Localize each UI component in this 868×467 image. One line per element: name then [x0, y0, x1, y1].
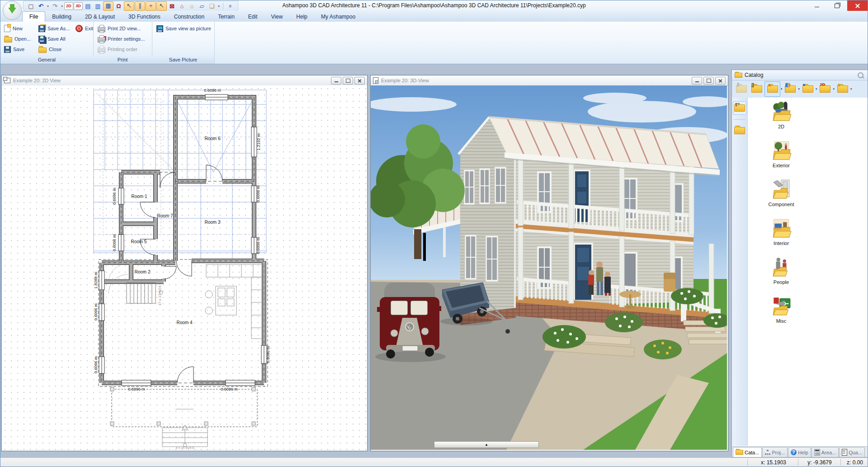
- new-button[interactable]: New: [4, 24, 23, 33]
- tilt-view-icon[interactable]: ▱: [197, 2, 207, 10]
- catalog-item-label: People: [767, 279, 796, 285]
- wall-guides-icon[interactable]: ∥: [135, 1, 145, 11]
- restore-button[interactable]: [827, 0, 847, 11]
- undo-icon[interactable]: ↶: [36, 2, 46, 10]
- catalog-item-component[interactable]: Component: [767, 179, 796, 207]
- maximize-icon: [346, 79, 350, 83]
- split-vertical-icon[interactable]: ▥: [93, 2, 103, 10]
- layers-icon[interactable]: ❏: [207, 2, 217, 10]
- tab-3d-functions[interactable]: 3D Functions: [122, 12, 167, 22]
- room-label: Room 3: [204, 220, 220, 225]
- view-rotation-slider[interactable]: ▲: [434, 441, 539, 448]
- catalog-header[interactable]: Catalog: [732, 70, 868, 80]
- redo-icon[interactable]: ↷: [50, 2, 60, 10]
- printing-order-icon: [98, 47, 105, 53]
- child-minimize-button[interactable]: [692, 77, 702, 85]
- split-horizontal-icon[interactable]: ▤: [83, 2, 93, 10]
- printing-order-button[interactable]: Printing order: [98, 45, 137, 54]
- catalog-bottom-tabs: Cata... Proj... ?Help Area... Qua...: [732, 446, 868, 457]
- close-button-ribbon[interactable]: Close: [38, 45, 61, 54]
- save-view-as-picture-button[interactable]: Save view as picture: [156, 24, 211, 33]
- save-all-button[interactable]: Save All: [38, 34, 66, 43]
- delete-window-icon[interactable]: ⊠: [167, 2, 177, 10]
- catalog-item-2d[interactable]: 2D: [767, 101, 796, 129]
- dropdown-icon[interactable]: ▾: [833, 87, 835, 91]
- catalog-group-plain-button[interactable]: [733, 124, 746, 137]
- dropdown-icon[interactable]: ▾: [816, 87, 817, 91]
- tab-building[interactable]: Building: [45, 12, 78, 22]
- catalog-group-objects-button[interactable]: [733, 101, 746, 115]
- tab-edit[interactable]: Edit: [241, 12, 264, 22]
- catalog-textures-button[interactable]: ◧: [783, 82, 798, 96]
- tab-help[interactable]: Help: [289, 12, 314, 22]
- printer-icon: [98, 27, 105, 32]
- catalog-misc-button[interactable]: ⌂: [835, 82, 850, 96]
- layers-dropdown-icon[interactable]: ▾: [217, 5, 221, 8]
- item-label: Save: [13, 47, 24, 52]
- save-button[interactable]: Save: [4, 45, 24, 54]
- tab-construction[interactable]: Construction: [167, 12, 211, 22]
- dropdown-icon[interactable]: ▾: [781, 87, 783, 91]
- close-button[interactable]: [847, 0, 868, 11]
- window-2d-titlebar[interactable]: Example 20: 2D View: [2, 75, 367, 86]
- catalog-item-misc[interactable]: Misc: [767, 296, 796, 324]
- roof-tool-icon[interactable]: ⌂: [177, 2, 187, 10]
- dim-label: 1.8288 m: [94, 272, 98, 289]
- ribbon-tab-row: File Building 2D & Layout 3D Functions C…: [0, 11, 868, 22]
- status-separator: [840, 459, 841, 466]
- catalog-objects-button[interactable]: ▲: [764, 81, 780, 97]
- tab-project[interactable]: Proj...: [762, 447, 788, 457]
- tab-terrain[interactable]: Terrain: [211, 12, 241, 22]
- minimize-button[interactable]: [807, 0, 827, 11]
- tab-view[interactable]: View: [264, 12, 290, 22]
- catalog-item-interior[interactable]: Interior: [767, 218, 796, 246]
- child-maximize-button[interactable]: [703, 77, 714, 85]
- 2d-view-icon[interactable]: 2D: [64, 2, 73, 10]
- axes-icon[interactable]: +: [146, 1, 156, 11]
- 3d-view-icon[interactable]: 3D: [74, 2, 83, 10]
- tab-2d-layout[interactable]: 2D & Layout: [78, 12, 122, 22]
- tab-help-panel[interactable]: ?Help: [788, 447, 811, 457]
- tab-catalog[interactable]: Cata...: [733, 447, 762, 457]
- tab-my-ashampoo[interactable]: My Ashampoo: [314, 12, 362, 22]
- child-close-button[interactable]: [354, 77, 365, 85]
- app-logo-icon[interactable]: [3, 1, 22, 20]
- snap-magnet-icon[interactable]: Ω: [114, 2, 123, 10]
- plan-canvas[interactable]: Room 6 Room 1 Room 7 Room 3 Room 5 Room …: [2, 85, 367, 451]
- room-label: Room 5: [131, 239, 146, 244]
- open-button[interactable]: Open...: [4, 34, 31, 43]
- printer-settings-button[interactable]: Printer settings...: [98, 34, 145, 43]
- tab-area[interactable]: Area...: [811, 447, 839, 457]
- redo-dropdown-icon[interactable]: ▾: [60, 5, 64, 8]
- pin-icon[interactable]: [858, 72, 863, 78]
- select-cursor-icon[interactable]: ↖: [156, 1, 167, 11]
- catalog-2d-symbols-button[interactable]: 2D: [818, 82, 833, 96]
- catalog-materials-button[interactable]: ●: [800, 82, 815, 96]
- dropdown-icon[interactable]: ▾: [850, 87, 852, 91]
- child-close-button[interactable]: [715, 77, 726, 85]
- print-2d-view-button[interactable]: Print 2D view...: [98, 24, 141, 33]
- new-document-icon[interactable]: ▢: [26, 2, 36, 10]
- toolbar-overflow-icon[interactable]: ≡: [226, 2, 235, 10]
- catalog-windows-doors-button[interactable]: ▯: [749, 82, 764, 96]
- dropdown-icon[interactable]: ▾: [798, 87, 800, 91]
- window-2d-view: Example 20: 2D View: [1, 75, 368, 451]
- new-document-icon: [4, 25, 10, 32]
- window-3d-titlebar[interactable]: Example 20: 3D-View: [371, 75, 728, 86]
- catalog-item-people[interactable]: People: [767, 257, 796, 285]
- 3d-viewport[interactable]: ▲: [371, 85, 728, 451]
- colored-dots-icon: [736, 103, 737, 104]
- tab-quantities[interactable]: Qua...: [839, 447, 865, 457]
- tab-file[interactable]: File: [22, 11, 45, 22]
- catalog-up-level-button[interactable]: ↥: [734, 82, 749, 96]
- child-maximize-button[interactable]: [343, 77, 353, 85]
- roof-framing-icon[interactable]: ⌂: [187, 2, 197, 10]
- exit-button[interactable]: Exit: [75, 24, 93, 33]
- child-minimize-button[interactable]: [331, 77, 341, 85]
- catalog-item-exterior[interactable]: Exterior: [767, 140, 796, 168]
- undo-dropdown-icon[interactable]: ▾: [46, 5, 50, 8]
- grid-toggle-icon[interactable]: ▦: [103, 1, 113, 11]
- save-as-button[interactable]: Save As...: [38, 24, 70, 33]
- select-elements-icon[interactable]: ↖: [124, 1, 134, 11]
- room-label: Room 7: [157, 213, 173, 218]
